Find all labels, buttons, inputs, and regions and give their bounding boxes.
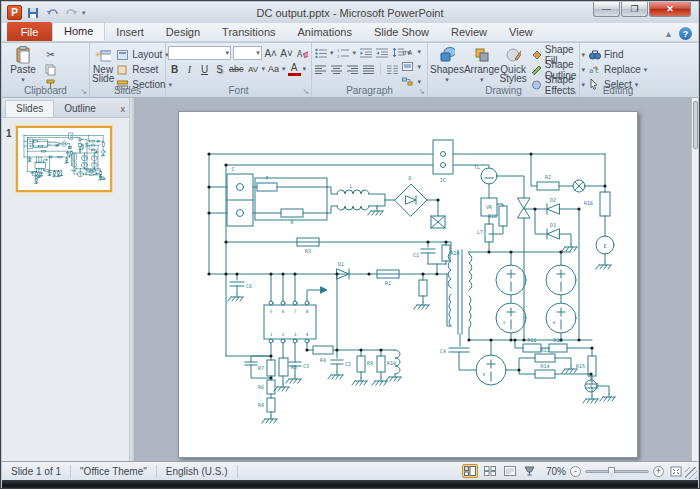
text-direction-button[interactable]: ⇵A▾	[399, 45, 423, 58]
tab-slideshow[interactable]: Slide Show	[363, 24, 440, 41]
tab-transitions[interactable]: Transitions	[211, 24, 286, 41]
grow-font-button[interactable]: A˄	[264, 46, 278, 60]
change-case-button[interactable]: Aa	[267, 62, 280, 76]
ribbon: Paste ▾ ✂ Clipboard ↘	[2, 43, 698, 98]
close-pane-icon[interactable]: x	[121, 104, 126, 114]
powerpoint-window: P ▾ DC output.pptx - Microsoft PowerPoin…	[0, 0, 700, 489]
tab-view[interactable]: View	[498, 24, 544, 41]
align-center-icon[interactable]	[330, 63, 343, 76]
text-direction-icon: ⇵A	[401, 45, 414, 58]
zoom-slider-thumb[interactable]	[608, 467, 615, 477]
language-indicator[interactable]: English (U.S.)	[157, 465, 238, 478]
zoom-level[interactable]: 70%	[546, 466, 566, 477]
paste-icon	[15, 47, 31, 63]
copy-icon	[44, 63, 57, 76]
status-bar: Slide 1 of 1 "Office Theme" English (U.S…	[2, 461, 698, 480]
quick-styles-button[interactable]: Quick Styles	[500, 45, 527, 84]
undo-icon[interactable]	[44, 5, 60, 20]
group-clipboard: Paste ▾ ✂ Clipboard ↘	[2, 43, 90, 97]
save-icon[interactable]	[25, 5, 41, 20]
slideshow-view-icon[interactable]	[522, 464, 538, 478]
font-name-combobox[interactable]: ▾	[168, 46, 231, 60]
thumbnail-schematic	[18, 128, 110, 190]
tab-insert[interactable]: Insert	[105, 24, 155, 41]
drawing-dialog-launcher-icon[interactable]: ↘	[570, 87, 577, 96]
tab-file[interactable]: File	[7, 22, 52, 41]
workspace: Slides Outline x 1	[2, 98, 698, 461]
new-slide-button[interactable]: ✳ New Slide	[92, 45, 114, 84]
align-right-icon[interactable]	[346, 63, 359, 76]
justify-icon[interactable]	[362, 63, 375, 76]
slide-count[interactable]: Slide 1 of 1	[2, 465, 71, 478]
strikethrough-button[interactable]: abc	[228, 62, 245, 76]
underline-button[interactable]: U	[198, 62, 211, 76]
find-button[interactable]: Find	[586, 48, 654, 61]
restore-button[interactable]: ❐	[621, 2, 648, 17]
slide-sorter-view-icon[interactable]	[482, 464, 498, 478]
redo-icon[interactable]	[63, 5, 79, 20]
normal-view-icon[interactable]	[462, 464, 478, 478]
svg-text:a: a	[589, 67, 593, 75]
tab-design[interactable]: Design	[155, 24, 211, 41]
clipboard-dialog-launcher-icon[interactable]: ↘	[80, 87, 87, 96]
svg-text:A: A	[297, 49, 303, 59]
fit-to-window-icon[interactable]	[668, 464, 684, 478]
circuit-schematic[interactable]	[179, 112, 639, 459]
slide-thumbnail[interactable]	[16, 126, 112, 192]
tab-review[interactable]: Review	[440, 24, 498, 41]
shape-outline-icon	[531, 63, 542, 76]
scissors-icon: ✂	[44, 48, 57, 61]
slide-thumbnail-row: 1	[2, 118, 129, 200]
resize-grip[interactable]	[685, 467, 697, 479]
shape-fill-icon	[531, 48, 542, 61]
close-button[interactable]: ✕	[649, 2, 691, 17]
tab-home[interactable]: Home	[52, 22, 105, 41]
increase-indent-icon[interactable]	[375, 47, 388, 60]
replace-button[interactable]: acReplace▾	[586, 63, 654, 76]
slide-number: 1	[6, 126, 12, 192]
minimize-button[interactable]: —	[593, 2, 620, 17]
zoom-in-icon[interactable]: +	[653, 466, 664, 477]
slide-canvas[interactable]	[178, 111, 638, 458]
theme-name[interactable]: "Office Theme"	[71, 465, 157, 478]
quick-styles-icon	[505, 47, 521, 63]
align-text-icon	[401, 60, 414, 73]
align-left-icon[interactable]	[314, 63, 327, 76]
shapes-button[interactable]: Shapes ▾	[430, 45, 464, 84]
decrease-indent-icon[interactable]	[359, 47, 372, 60]
tab-animations[interactable]: Animations	[287, 24, 363, 41]
bullets-icon[interactable]	[314, 47, 327, 60]
tab-slides-pane[interactable]: Slides	[5, 100, 54, 117]
text-shadow-button[interactable]: S	[213, 62, 226, 76]
minimize-ribbon-icon[interactable]: ▲	[664, 29, 673, 39]
font-size-combobox[interactable]: ▾	[233, 46, 262, 60]
pane-divider[interactable]	[130, 98, 135, 461]
scrollbar-thumb[interactable]	[693, 101, 698, 149]
reading-view-icon[interactable]	[502, 464, 518, 478]
font-dialog-launcher-icon[interactable]: ↘	[302, 87, 309, 96]
columns-icon[interactable]	[386, 63, 399, 76]
ribbon-tab-row: File Home Insert Design Transitions Anim…	[2, 23, 698, 42]
paste-button[interactable]: Paste ▾	[4, 45, 42, 84]
zoom-slider[interactable]	[585, 470, 649, 473]
shrink-font-button[interactable]: A˅	[280, 46, 294, 60]
powerpoint-logo-icon[interactable]: P	[7, 5, 22, 20]
clear-formatting-icon[interactable]: A	[296, 46, 309, 60]
qat-customize-caret-icon[interactable]: ▾	[82, 9, 86, 17]
tab-outline-pane[interactable]: Outline	[54, 101, 106, 117]
vertical-scrollbar[interactable]	[691, 98, 698, 461]
align-text-button[interactable]: ▾	[399, 60, 423, 73]
arrange-button[interactable]: Arrange ▾	[464, 45, 500, 84]
paragraph-dialog-launcher-icon[interactable]: ↘	[418, 87, 425, 96]
font-color-button[interactable]: A	[288, 62, 301, 76]
zoom-out-icon[interactable]: -	[570, 466, 581, 477]
help-icon[interactable]: ?	[679, 27, 692, 40]
cut-button[interactable]: ✂	[42, 48, 59, 61]
replace-icon: ac	[588, 63, 601, 76]
italic-button[interactable]: I	[183, 62, 196, 76]
bold-button[interactable]: B	[168, 62, 181, 76]
shapes-icon	[439, 47, 455, 63]
character-spacing-button[interactable]: AV	[247, 62, 260, 76]
copy-button[interactable]	[42, 63, 59, 76]
numbering-icon[interactable]: 12	[337, 47, 350, 60]
